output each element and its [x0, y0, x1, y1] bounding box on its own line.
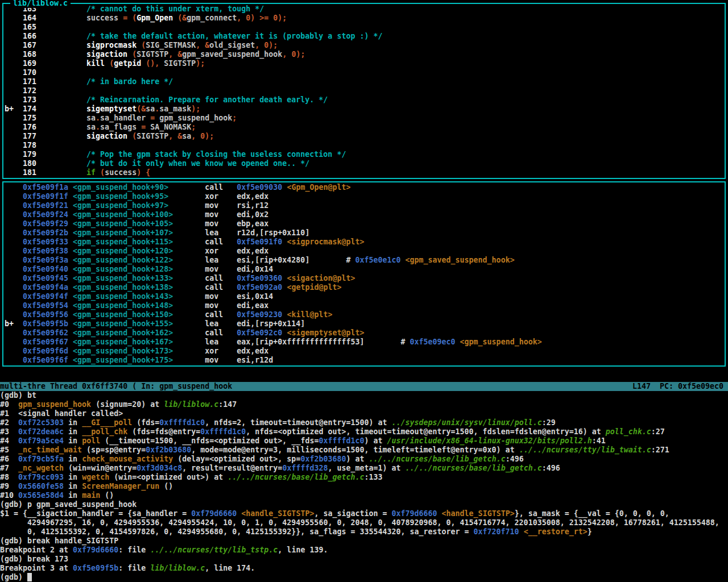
console-text: 4294967295, 16, 0, 4294955536, 429495542…	[0, 518, 719, 527]
asm-line: 0xf5e09f4a <gpm_suspend_hook+138> call 0…	[5, 283, 725, 292]
source-code-text: /* Reincarnation. Prepare for another de…	[36, 95, 328, 104]
status-line-indicator: L147	[632, 382, 651, 390]
line-number: 170	[14, 68, 36, 77]
source-line: 179 /* Pop the gpm stack by closing the …	[5, 150, 725, 159]
breakpoint-marker: b+	[5, 319, 23, 329]
console-line: #5 _nc_timed_wait (sp=sp@entry=0xf2b0368…	[0, 446, 728, 455]
console-text: #5 _nc_timed_wait (sp=sp@entry=0xf2b0368…	[0, 446, 669, 454]
console-line: #6 0xf79cb5fa in check_mouse_activity (d…	[0, 455, 728, 464]
breakpoint-marker: b+	[5, 105, 14, 114]
console-line: $1 = {__sigaction_handler = {sa_handler …	[0, 509, 728, 518]
console-line: 0, 4125155392, 0, 4154597826, 0, 4294955…	[0, 527, 728, 537]
console-text: #10 0x565e58d4 in main ()	[0, 491, 114, 500]
console-text: Breakpoint 2 at 0xf79d6660: file ../../n…	[0, 546, 328, 554]
asm-line: 0xf5e09f1f <gpm_suspend_hook+95> xor edx…	[5, 192, 725, 201]
line-number: 171	[14, 77, 36, 86]
asm-text: 0xf5e09f6d <gpm_suspend_hook+173> xor ed…	[23, 347, 268, 355]
asm-line: 0xf5e09f38 <gpm_suspend_hook+120> xor ed…	[5, 247, 725, 256]
console-text: (gdb) bt	[0, 391, 36, 400]
source-line: 165	[5, 23, 725, 32]
asm-line: 0xf5e09f40 <gpm_suspend_hook+128> mov ed…	[5, 265, 725, 274]
asm-line: 0xf5e09f29 <gpm_suspend_hook+105> mov eb…	[5, 219, 725, 228]
line-number: 177	[14, 132, 36, 141]
asm-line: 0xf5e09f33 <gpm_suspend_hook+115> call 0…	[5, 238, 725, 247]
console-text: #2 0xf72c5303 in __GI___poll (fds=0xffff…	[0, 418, 556, 427]
asm-text: 0xf5e09f62 <gpm_suspend_hook+162> call 0…	[23, 329, 364, 337]
console-line: #9 0x5660fe58 in ScreenManager_run ()	[0, 482, 728, 491]
asm-line: 0xf5e09f54 <gpm_suspend_hook+148> mov ed…	[5, 301, 725, 310]
console-text: (gdb) p gpm_saved_suspend_hook	[0, 500, 136, 509]
asm-line: b+0xf5e09f5b <gpm_suspend_hook+155> lea …	[5, 319, 725, 329]
asm-text: 0xf5e09f29 <gpm_suspend_hook+105> mov eb…	[23, 219, 268, 228]
source-code-text: sigaction (SIGTSTP, &sa, 0);	[36, 132, 214, 140]
disassembly-window: 0xf5e09f1a <gpm_suspend_hook+90> call 0x…	[2, 181, 726, 367]
asm-text: 0xf5e09f1a <gpm_suspend_hook+90> call 0x…	[23, 183, 350, 192]
line-number: 169	[14, 59, 36, 68]
source-line: 163 /* cannot do this under xterm, tough…	[5, 5, 725, 14]
source-line: 177 sigaction (SIGTSTP, &sa, 0);	[5, 132, 725, 141]
source-line: 166 /* take the default action, whatever…	[5, 32, 725, 41]
line-number: 181	[14, 168, 36, 177]
console-line: #7 _nc_wgetch (win=win@entry=0xf3d034c8,…	[0, 464, 728, 473]
console-text: #3 0xf72dea6c in __poll_chk (fds=fds@ent…	[0, 427, 665, 436]
source-line: 173 /* Reincarnation. Prepare for anothe…	[5, 95, 725, 105]
asm-line: 0xf5e09f67 <gpm_suspend_hook+167> lea ea…	[5, 338, 725, 347]
console-line: (gdb) break handle_SIGTSTP	[0, 537, 728, 546]
gdb-console[interactable]: (gdb) bt #0 gpm_suspend_hook (signum=20)…	[0, 391, 728, 582]
console-line: Breakpoint 2 at 0xf79d6660: file ../../n…	[0, 546, 728, 555]
console-line: (gdb) bt	[0, 391, 728, 400]
status-bar: multi-thre Thread 0xf6ff3740 ( In: gpm_s…	[0, 382, 728, 391]
console-text: #4 0xf79a5ce4 in poll (__timeout=1500, _…	[0, 436, 606, 445]
console-text: (gdb) break handle_SIGTSTP	[0, 537, 118, 545]
console-text: #9 0x5660fe58 in ScreenManager_run ()	[0, 482, 173, 490]
asm-text: 0xf5e09f56 <gpm_suspend_hook+150> call 0…	[23, 310, 332, 319]
line-number: 178	[14, 141, 36, 150]
status-right-group: L147PC: 0xf5e09ec0	[623, 382, 728, 391]
asm-text: 0xf5e09f38 <gpm_suspend_hook+120> xor ed…	[23, 247, 268, 255]
asm-line: 0xf5e09f3a <gpm_suspend_hook+122> lea es…	[5, 256, 725, 265]
console-line: #1 <signal handler called>	[0, 409, 728, 418]
asm-line: 0xf5e09f21 <gpm_suspend_hook+97> mov rsi…	[5, 201, 725, 210]
status-pc-indicator: PC: 0xf5e09ec0	[660, 382, 723, 390]
source-code-text: sa.sa_flags = SA_NOMASK;	[36, 123, 196, 131]
console-text: 0, 4125155392, 0, 4154597826, 0, 4294955…	[0, 527, 592, 536]
source-line: 181 if (success) {	[5, 168, 725, 177]
gdb-tui-terminal: lib/liblow.c 163 /* cannot do this under…	[0, 0, 728, 582]
source-line: 178	[5, 141, 725, 150]
source-code-text: sigaction (SIGTSTP, &gpm_saved_suspend_h…	[36, 50, 305, 59]
source-line: 176 sa.sa_flags = SA_NOMASK;	[5, 123, 725, 132]
asm-text: 0xf5e09f5b <gpm_suspend_hook+155> lea ed…	[23, 319, 305, 328]
source-code-text: success = (Gpm_Open (&gpm_connect, 0) >=…	[36, 14, 287, 22]
source-line: 172	[5, 86, 725, 95]
source-line: 175 sa.sa_handler = gpm_suspend_hook;	[5, 114, 725, 123]
console-line: (gdb) break 173	[0, 555, 728, 564]
asm-text: 0xf5e09f45 <gpm_suspend_hook+133> call 0…	[23, 274, 355, 282]
asm-line: 0xf5e09f1a <gpm_suspend_hook+90> call 0x…	[5, 183, 725, 192]
line-number: 166	[14, 32, 36, 41]
console-text: #7 _nc_wgetch (win=win@entry=0xf3d034c8,…	[0, 464, 560, 472]
source-line: 169 kill (getpid (), SIGTSTP);	[5, 59, 725, 68]
asm-text: 0xf5e09f24 <gpm_suspend_hook+100> mov ed…	[23, 210, 268, 219]
console-text: (gdb) break 173	[0, 555, 68, 563]
asm-line: 0xf5e09f6d <gpm_suspend_hook+173> xor ed…	[5, 347, 725, 356]
asm-text: 0xf5e09f6f <gpm_suspend_hook+175> mov es…	[23, 356, 273, 364]
line-number: 180	[14, 159, 36, 168]
console-line: 4294967295, 16, 0, 4294955536, 429495542…	[0, 518, 728, 527]
asm-line: 0xf5e09f45 <gpm_suspend_hook+133> call 0…	[5, 274, 725, 283]
line-number: 174	[14, 105, 36, 114]
asm-text: 0xf5e09f40 <gpm_suspend_hook+128> mov ed…	[23, 265, 273, 273]
console-text: #1 <signal handler called>	[0, 409, 123, 418]
console-text: $1 = {__sigaction_handler = {sa_handler …	[0, 509, 669, 518]
console-text: #6 0xf79cb5fa in check_mouse_activity (d…	[0, 455, 524, 463]
asm-text: 0xf5e09f33 <gpm_suspend_hook+115> call 0…	[23, 238, 364, 246]
console-text: #0 gpm_suspend_hook (signum=20) at lib/l…	[0, 400, 237, 409]
line-number: 167	[14, 41, 36, 50]
asm-text: 0xf5e09f1f <gpm_suspend_hook+95> xor edx…	[23, 192, 268, 201]
line-number: 176	[14, 123, 36, 132]
line-number: 179	[14, 150, 36, 159]
source-code-text: kill (getpid (), SIGTSTP);	[36, 59, 205, 68]
source-lines: 163 /* cannot do this under xterm, tough…	[3, 4, 725, 178]
console-line: #2 0xf72c5303 in __GI___poll (fds=0xffff…	[0, 418, 728, 427]
console-text: #8 0xf79cc093 in wgetch (win=<optimized …	[0, 473, 383, 481]
asm-text: 0xf5e09f21 <gpm_suspend_hook+97> mov rsi…	[23, 201, 268, 210]
